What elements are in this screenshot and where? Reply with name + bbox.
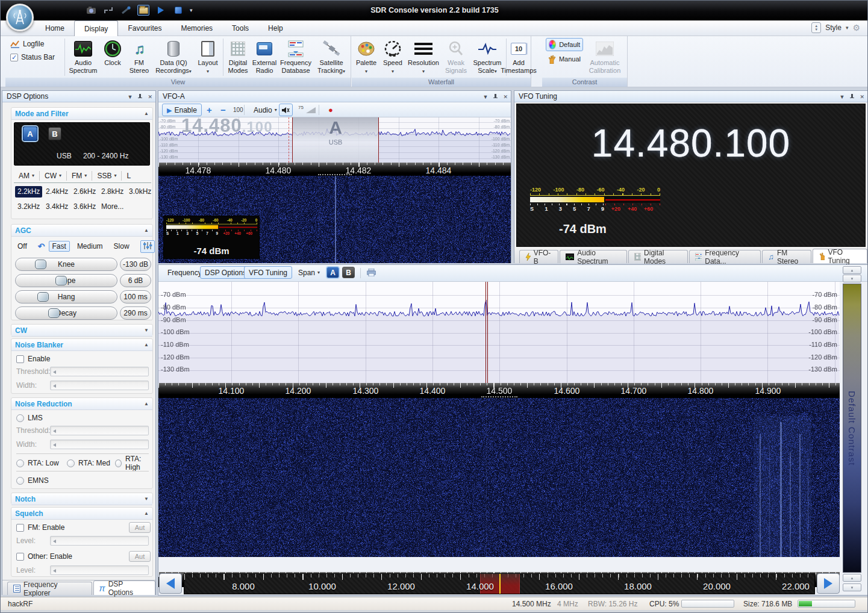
tuning-marker[interactable] — [486, 282, 486, 383]
mode-fm-button[interactable]: FM▾ — [67, 171, 92, 181]
agc-slope-slider[interactable]: Slope 6 dB — [11, 273, 154, 288]
section-header-squelch[interactable]: Squelch▲ — [11, 508, 152, 520]
contrast-manual-button[interactable]: Manual — [546, 52, 583, 66]
section-header-agc[interactable]: AGC▲ — [11, 225, 152, 237]
section-header-cw[interactable]: CW▼ — [11, 325, 152, 337]
start-icon[interactable] — [155, 5, 167, 16]
tab-digital-modes[interactable]: Digital Modes — [628, 250, 688, 263]
fm-stereo-button[interactable]: ♫ FM Stereo — [126, 37, 152, 77]
nb-enable-checkbox[interactable]: Enable — [16, 353, 50, 364]
open-folder-icon[interactable] — [137, 5, 149, 16]
minimize-ribbon-icon[interactable]: ▲▼ — [811, 22, 821, 33]
main-spectrum-canvas[interactable] — [158, 282, 840, 383]
tab-frequency-data[interactable]: Frequency Data... — [689, 250, 761, 263]
agc-fast-button[interactable]: Fast — [49, 241, 70, 252]
clock-button[interactable]: Clock — [101, 37, 125, 77]
tab-dsp-options[interactable]: π DSP Options — [93, 580, 155, 595]
tab-vfo-tuning[interactable]: VFO Tuning — [813, 249, 867, 263]
tab-tools[interactable]: Tools — [222, 20, 258, 36]
nr-rta-low-radio[interactable]: RTA: Low — [16, 458, 59, 468]
bw-3-2khz[interactable]: 3.2kHz — [15, 201, 42, 213]
squelch-other-auto-button[interactable]: Aut — [129, 551, 151, 562]
tab-fm-stereo[interactable]: ♫ FM Stereo — [762, 250, 811, 263]
main-waterfall-canvas[interactable] — [158, 398, 840, 557]
vfo-a-frequency-scale[interactable]: 14.478 14.480 14.482 14.484 — [158, 163, 511, 176]
satellite-tracking-button[interactable]: Satellite Tracking▾ — [314, 37, 349, 77]
nb-threshold-slider[interactable] — [50, 367, 149, 376]
panel-menu-icon[interactable]: ▼ — [483, 92, 489, 102]
nr-rta-high-radio[interactable]: RTA: High — [115, 458, 152, 468]
resolution-button[interactable]: Resolution▾ — [406, 37, 441, 77]
spectrum-scale-button[interactable]: Spectrum Scale▾ — [470, 37, 504, 77]
panel-close-icon[interactable]: ✕ — [503, 92, 508, 102]
gear-icon[interactable]: ⚙ — [852, 23, 860, 33]
scale-drag-handle[interactable] — [481, 396, 517, 397]
undo-icon[interactable]: ↶ — [38, 241, 45, 251]
style-dropdown-icon[interactable]: ▾ — [846, 25, 849, 31]
data-iq-recordings-button[interactable]: Data (IQ) Recordings▾ — [154, 37, 193, 77]
qat-dropdown-icon[interactable]: ▾ — [190, 7, 193, 13]
frequency-database-button[interactable]: Frequency Database — [278, 37, 313, 77]
trace-b-button[interactable]: B — [342, 267, 355, 278]
panel-menu-icon[interactable]: ▼ — [128, 92, 133, 102]
agc-knee-slider[interactable]: Knee -130 dB — [11, 257, 154, 272]
mode-lsb-button[interactable]: L — [122, 171, 136, 181]
contrast-down-button[interactable]: ▲ — [843, 574, 861, 582]
contrast-up-button[interactable]: ▲ — [843, 266, 861, 274]
agc-slow-button[interactable]: Slow — [110, 241, 133, 252]
vfo-a-filter-region[interactable]: A USB — [292, 117, 379, 163]
squelch-fm-enable-checkbox[interactable]: FM: Enable — [16, 522, 64, 533]
style-button[interactable]: Style — [825, 23, 841, 32]
trace-a-button[interactable]: A — [326, 267, 339, 278]
bw-more[interactable]: More... — [99, 201, 126, 213]
external-radio-button[interactable]: External Radio — [251, 37, 278, 77]
pin-icon[interactable] — [493, 94, 498, 99]
contrast-down2-button[interactable]: ▼ — [843, 583, 861, 591]
mode-ssb-button[interactable]: SSB▾ — [92, 171, 122, 181]
bw-2-2khz[interactable]: 2.2kHz — [15, 186, 42, 198]
scale-drag-handle[interactable] — [318, 174, 352, 175]
weak-signals-button[interactable]: Weak Signals — [442, 37, 470, 77]
vfo-tuning-display[interactable]: 14.480.100 -120-100-80-60-40-200 S13579 … — [516, 104, 866, 247]
section-header-mode-filter[interactable]: Mode and Filter▲ — [11, 108, 152, 120]
mute-button[interactable] — [279, 104, 293, 116]
checkbox-checked-icon[interactable]: ✓ — [10, 54, 18, 61]
band-scroll-left-button[interactable] — [159, 573, 182, 594]
vfo-a-select-button[interactable]: A — [23, 126, 37, 141]
pin-icon[interactable] — [137, 94, 143, 99]
agc-medium-button[interactable]: Medium — [73, 241, 107, 252]
panel-menu-icon[interactable]: ▼ — [840, 92, 845, 102]
connection-icon[interactable] — [102, 5, 114, 16]
agc-off-button[interactable]: Off — [14, 241, 31, 252]
nr-width-slider[interactable] — [50, 440, 149, 449]
volume-control[interactable]: 75 — [296, 104, 318, 116]
vfo-tuning-button[interactable]: VFO Tuning — [244, 266, 292, 279]
tab-frequency-explorer[interactable]: Frequency Explorer — [7, 582, 92, 595]
print-button[interactable] — [364, 266, 378, 279]
span-dropdown[interactable]: Span▾ — [293, 266, 325, 279]
bw-2-6khz[interactable]: 2.6kHz — [71, 186, 98, 198]
bw-2-8khz[interactable]: 2.8kHz — [99, 186, 126, 198]
mode-am-button[interactable]: AM▾ — [14, 171, 40, 181]
automatic-calibration-button[interactable]: Automatic Calibration — [585, 37, 624, 77]
nr-emns-radio[interactable]: EMNS — [16, 475, 49, 486]
nr-threshold-slider[interactable] — [50, 426, 149, 435]
contrast-default-button[interactable]: Default — [546, 38, 583, 51]
panel-close-icon[interactable]: ✕ — [860, 92, 864, 102]
logfile-button[interactable]: Logfile — [10, 40, 44, 48]
camera-icon[interactable] — [85, 5, 97, 16]
tab-memories[interactable]: Memories — [171, 20, 222, 36]
agc-hang-slider[interactable]: Hang 100 ms — [11, 290, 154, 305]
tab-home[interactable]: Home — [36, 20, 74, 36]
squelch-other-enable-checkbox[interactable]: Other: Enable — [16, 551, 72, 562]
status-bar-toggle[interactable]: ✓ Status Bar — [10, 53, 55, 61]
equalizer-icon[interactable] — [140, 240, 155, 253]
section-header-notch[interactable]: Notch▼ — [11, 493, 152, 505]
contrast-gradient-bar[interactable]: Default Contrast — [843, 284, 861, 573]
band-scroll-right-button[interactable] — [817, 573, 840, 594]
record-button[interactable]: ● — [323, 104, 338, 116]
tab-favourites[interactable]: Favourites — [118, 20, 171, 36]
bw-3-4khz[interactable]: 3.4kHz — [43, 201, 70, 213]
speed-button[interactable]: Speed▾ — [381, 37, 405, 77]
layout-button[interactable]: Layout▾ — [195, 37, 221, 77]
